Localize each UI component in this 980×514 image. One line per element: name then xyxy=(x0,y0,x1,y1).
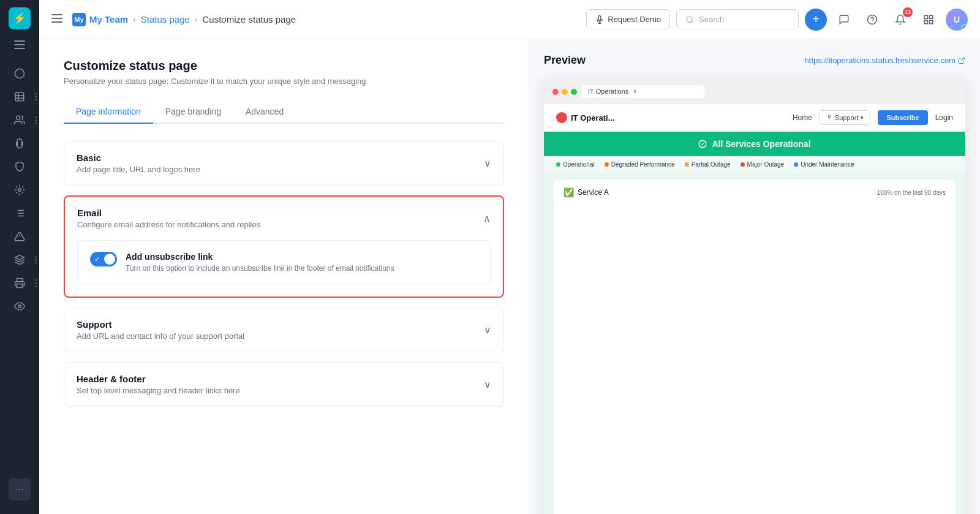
services-area: ✅ Service A 100% on the last 90 days // … xyxy=(544,173,965,514)
support-section-subtitle: Add URL and contact info of your support… xyxy=(77,331,244,341)
create-button[interactable]: + xyxy=(805,9,827,31)
preview-header: Preview https://itoperations.status.fres… xyxy=(544,54,965,67)
svg-point-20 xyxy=(18,305,21,308)
legend-partial-outage: Partial Outage xyxy=(685,161,731,168)
service-a-uptime: 100% on the last 90 days xyxy=(877,189,946,196)
breadcrumb-separator-2: › xyxy=(195,15,198,25)
email-section: Email Configure email address for notifi… xyxy=(64,195,504,298)
svg-rect-23 xyxy=(51,21,62,23)
svg-rect-2 xyxy=(14,48,25,49)
browser-maximize-dot xyxy=(571,89,577,95)
support-section-header[interactable]: Support Add URL and contact info of your… xyxy=(64,308,503,352)
tab-page-branding[interactable]: Page branding xyxy=(153,100,233,124)
svg-point-9 xyxy=(18,189,21,192)
email-section-header[interactable]: Email Configure email address for notifi… xyxy=(65,197,503,240)
notifications-button[interactable]: 13 xyxy=(889,9,911,31)
sidebar-item-users[interactable] xyxy=(9,109,31,131)
browser-url-bar: IT Operations ▾ xyxy=(582,85,704,98)
preview-title: Preview xyxy=(544,54,586,67)
browser-content: IT Operati... Home Support ▾ Subscribe xyxy=(544,104,965,514)
avatar[interactable]: U xyxy=(946,9,968,31)
browser-bar: IT Operations ▾ xyxy=(544,79,965,104)
breadcrumb-team-link[interactable]: My My Team xyxy=(72,13,128,26)
site-subscribe-button[interactable]: Subscribe xyxy=(878,110,927,125)
page-subtitle: Personalize your status page: Customize … xyxy=(64,77,504,86)
status-legend: Operational Degraded Performance Partial… xyxy=(544,156,965,173)
tab-page-information[interactable]: Page information xyxy=(64,100,153,124)
header-footer-section-chevron: ∨ xyxy=(484,379,491,390)
breadcrumb-status-page-link[interactable]: Status page xyxy=(141,14,190,25)
svg-rect-29 xyxy=(930,15,933,18)
breadcrumb: My My Team › Status page › Customize sta… xyxy=(72,13,579,26)
breadcrumb-current-page: Customize status page xyxy=(202,14,296,25)
topnav-actions: Request Demo Search + 13 xyxy=(586,9,968,31)
browser-traffic-lights xyxy=(552,89,577,95)
sidebar-item-home[interactable] xyxy=(9,62,31,85)
svg-rect-1 xyxy=(14,44,25,45)
unsubscribe-link-description: Turn on this option to include an unsubs… xyxy=(126,264,478,273)
sidebar-item-eye[interactable] xyxy=(9,295,31,317)
service-a-status-icon: ✅ xyxy=(564,187,574,197)
sidebar-item-bug[interactable] xyxy=(9,132,31,154)
sidebar-item-list[interactable] xyxy=(9,202,31,224)
unsubscribe-link-row: ✓ Add unsubscribe link Turn on this opti… xyxy=(90,252,478,273)
sidebar-item-operations[interactable] xyxy=(9,179,31,201)
svg-rect-19 xyxy=(17,284,23,288)
basic-section-header[interactable]: Basic Add page title, URL and logos here… xyxy=(64,142,503,185)
svg-point-8 xyxy=(17,116,20,119)
legend-dot-degraded xyxy=(605,162,609,167)
sidebar-item-alert[interactable] xyxy=(9,225,31,248)
service-a-bar-visual xyxy=(564,202,946,514)
tab-advanced[interactable]: Advanced xyxy=(233,100,296,124)
svg-point-3 xyxy=(15,69,24,78)
header-footer-section-subtitle: Set top level messaging and header links… xyxy=(77,386,240,395)
basic-section: Basic Add page title, URL and logos here… xyxy=(64,141,504,186)
svg-line-32 xyxy=(961,58,965,61)
site-support-button[interactable]: Support ▾ xyxy=(820,110,871,125)
breadcrumb-separator-1: › xyxy=(133,15,136,25)
email-section-subtitle: Configure email address for notification… xyxy=(77,220,260,229)
search-box[interactable]: Search xyxy=(676,9,799,29)
basic-section-subtitle: Add page title, URL and logos here xyxy=(77,165,200,174)
legend-maintenance: Under Maintenance xyxy=(794,161,854,168)
sidebar-item-table[interactable] xyxy=(9,86,31,108)
browser-close-dot xyxy=(552,89,559,95)
browser-mockup: IT Operations ▾ IT Operati... H xyxy=(544,79,965,514)
svg-rect-31 xyxy=(924,20,927,23)
site-login-link[interactable]: Login xyxy=(935,113,953,122)
preview-link[interactable]: https://itoperations.status.freshservice… xyxy=(805,56,965,65)
legend-operational: Operational xyxy=(556,161,595,168)
request-demo-button[interactable]: Request Demo xyxy=(586,9,670,29)
unsubscribe-link-card: ✓ Add unsubscribe link Turn on this opti… xyxy=(77,240,491,284)
sidebar-item-shield[interactable] xyxy=(9,156,31,178)
browser-minimize-dot xyxy=(562,89,568,95)
chat-button[interactable] xyxy=(833,9,855,31)
grid-button[interactable] xyxy=(918,9,940,31)
svg-rect-30 xyxy=(930,20,933,23)
online-indicator xyxy=(962,25,967,30)
notification-count-badge: 13 xyxy=(903,7,913,17)
sidebar-more-button[interactable]: ··· xyxy=(9,478,31,501)
topnav: My My Team › Status page › Customize sta… xyxy=(39,0,980,39)
site-home-link[interactable]: Home xyxy=(793,113,812,122)
unsubscribe-link-toggle[interactable]: ✓ xyxy=(90,252,117,266)
header-footer-section-header[interactable]: Header & footer Set top level messaging … xyxy=(64,363,503,406)
svg-rect-28 xyxy=(924,15,927,18)
app-logo[interactable]: ⚡ xyxy=(9,7,31,29)
sidebar-item-print[interactable] xyxy=(9,272,31,294)
service-a-card: ✅ Service A 100% on the last 90 days // … xyxy=(554,180,956,514)
header-footer-section: Header & footer Set top level messaging … xyxy=(64,362,504,407)
help-button[interactable] xyxy=(861,9,883,31)
menu-toggle-button[interactable] xyxy=(51,13,62,26)
svg-rect-0 xyxy=(14,40,25,42)
unsubscribe-link-content: Add unsubscribe link Turn on this option… xyxy=(126,252,478,273)
right-panel: Preview https://itoperations.status.fres… xyxy=(529,39,980,514)
site-navbar: IT Operati... Home Support ▾ Subscribe xyxy=(544,104,965,132)
sidebar-collapse-button[interactable] xyxy=(10,37,29,55)
email-section-body: ✓ Add unsubscribe link Turn on this opti… xyxy=(65,240,503,297)
basic-section-chevron: ∨ xyxy=(484,157,491,169)
team-badge: My xyxy=(72,13,86,26)
site-logo: IT Operati... xyxy=(556,112,615,123)
email-section-chevron: ∧ xyxy=(483,213,491,224)
sidebar-item-layers[interactable] xyxy=(9,249,31,271)
